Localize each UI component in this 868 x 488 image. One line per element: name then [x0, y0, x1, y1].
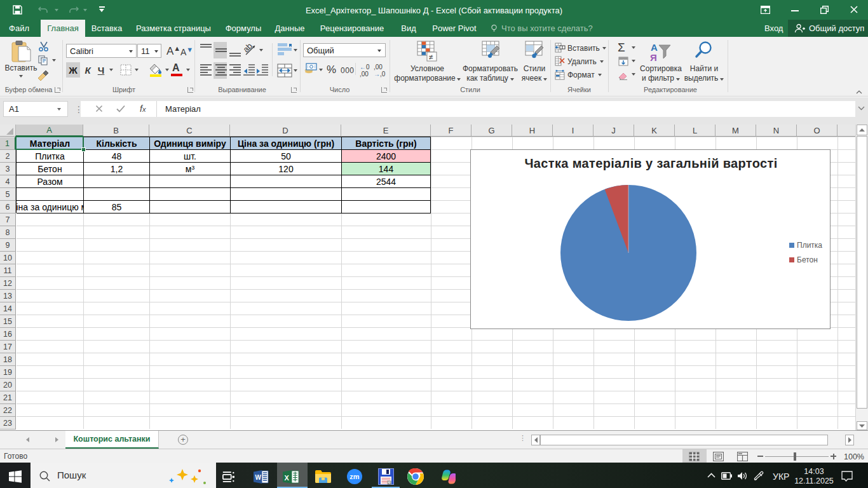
- svg-text:W: W: [255, 474, 262, 481]
- svg-text:≠: ≠: [429, 53, 433, 62]
- svg-text:X: X: [285, 474, 290, 482]
- svg-text:21: 21: [388, 482, 392, 485]
